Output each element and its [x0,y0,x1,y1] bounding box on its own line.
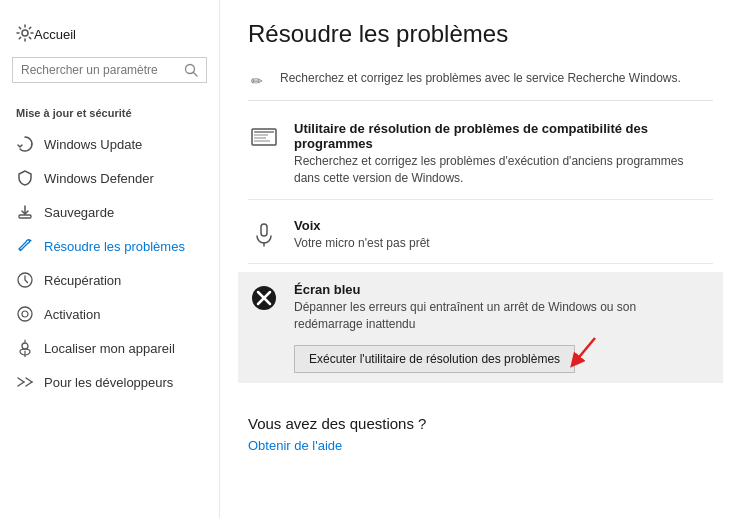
sidebar-item-developpeurs[interactable]: Pour les développeurs [0,365,219,399]
sidebar-item-sauvegarde[interactable]: Sauvegarde [0,195,219,229]
problem-item-voix: Voix Votre micro n'est pas prêt [248,208,713,265]
shield-icon [16,169,34,187]
svg-line-2 [194,73,198,77]
problem-title: Écran bleu [294,282,694,297]
exec-btn[interactable]: Exécuter l'utilitaire de résolution des … [294,345,575,373]
sidebar-label: Sauvegarde [44,205,114,220]
update-icon [16,135,34,153]
problem-desc: Dépanner les erreurs qui entraînent un a… [294,299,694,333]
sidebar-label: Activation [44,307,100,322]
svg-line-10 [18,382,24,386]
svg-line-12 [26,382,32,386]
problem-desc: Votre micro n'est pas prêt [294,235,430,252]
problem-list: ✏ Recherchez et corrigez les problèmes a… [248,66,713,395]
compatibilite-icon [248,121,280,153]
problem-title: Utilitaire de résolution de problèmes de… [294,121,713,151]
sidebar-item-localiser-appareil[interactable]: Localiser mon appareil [0,331,219,365]
sidebar: Accueil Mise à jour et sécurité Windows … [0,0,220,518]
ecran-bleu-icon [248,282,280,314]
svg-point-7 [22,311,28,317]
sidebar-label: Windows Update [44,137,142,152]
sidebar-item-recuperation[interactable]: Récupération [0,263,219,297]
questions-title: Vous avez des questions ? [248,415,713,432]
wrench-icon [16,237,34,255]
svg-rect-4 [19,215,31,218]
svg-rect-13 [252,129,276,145]
section-label: Mise à jour et sécurité [0,103,219,127]
svg-line-24 [575,338,595,362]
search-box[interactable] [12,57,207,83]
backup-icon [16,203,34,221]
problem-item-compatibilite: Utilitaire de résolution de problèmes de… [248,111,713,200]
red-arrow-annotation [555,330,605,383]
dev-icon [16,373,34,391]
svg-point-8 [22,343,28,349]
arrow-container: Exécuter l'utilitaire de résolution des … [294,337,575,373]
gear-icon [16,24,34,45]
sidebar-item-windows-update[interactable]: Windows Update [0,127,219,161]
sidebar-item-windows-defender[interactable]: Windows Defender [0,161,219,195]
svg-point-6 [18,307,32,321]
main-content: Résoudre les problèmes ✏ Recherchez et c… [220,0,741,518]
voix-icon [248,218,280,250]
sidebar-label: Pour les développeurs [44,375,173,390]
accueil-label: Accueil [34,27,76,42]
search-input[interactable] [21,63,184,77]
locate-icon [16,339,34,357]
pencil-desc: Recherchez et corrigez les problèmes ave… [280,70,681,87]
sidebar-item-activation[interactable]: Activation [0,297,219,331]
questions-section: Vous avez des questions ? Obtenir de l'a… [248,415,713,453]
svg-line-11 [26,378,32,382]
problem-title: Voix [294,218,430,233]
svg-line-9 [18,378,24,382]
page-title: Résoudre les problèmes [248,20,713,48]
sidebar-label: Résoudre les problèmes [44,239,185,254]
sidebar-item-resoudre-problemes[interactable]: Résoudre les problèmes [0,229,219,263]
sidebar-label: Récupération [44,273,121,288]
activation-icon [16,305,34,323]
problem-item-ecran-bleu: Écran bleu Dépanner les erreurs qui entr… [238,272,723,383]
problem-text-compatibilite: Utilitaire de résolution de problèmes de… [294,121,713,187]
recovery-icon [16,271,34,289]
sidebar-label: Windows Defender [44,171,154,186]
svg-point-0 [22,30,28,36]
search-windows-item: ✏ Recherchez et corrigez les problèmes a… [248,66,713,101]
svg-rect-18 [261,224,267,236]
problem-desc: Recherchez et corrigez les problèmes d'e… [294,153,694,187]
search-icon [184,63,198,77]
problem-text-ecran-bleu: Écran bleu Dépanner les erreurs qui entr… [294,282,694,373]
sidebar-label: Localiser mon appareil [44,341,175,356]
pencil-icon: ✏ [248,72,266,90]
problem-text-voix: Voix Votre micro n'est pas prêt [294,218,430,252]
help-link[interactable]: Obtenir de l'aide [248,438,342,453]
sidebar-item-accueil[interactable]: Accueil [0,16,219,57]
